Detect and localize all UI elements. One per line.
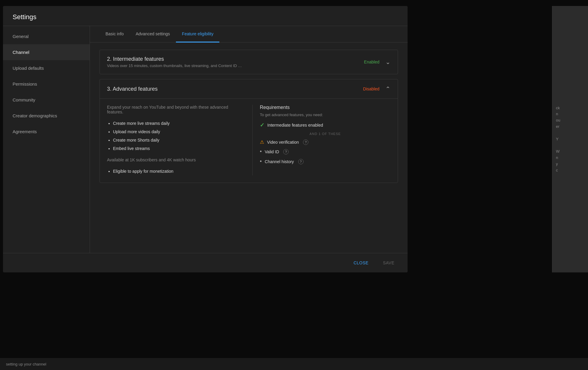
advanced-chevron-icon: ⌃ <box>385 85 391 92</box>
feature-available-item: Eligible to apply for monetization <box>113 167 245 175</box>
help-icon-valid-id[interactable]: ? <box>283 149 289 154</box>
advanced-features-title-group: 3. Advanced features <box>107 86 158 92</box>
advanced-features-title: 3. Advanced features <box>107 86 158 92</box>
req-channel-history-label: Channel history <box>265 159 294 164</box>
right-panel-text: cknouer Y Wnyc <box>552 103 588 176</box>
req-item-channel-history: Channel history ? <box>260 158 391 165</box>
sidebar-item-channel[interactable]: Channel <box>3 44 90 60</box>
bottom-bar-text: setting up your channel <box>6 362 46 366</box>
sidebar-item-agreements[interactable]: Agreements <box>3 124 90 139</box>
feature-list-item: Create more Shorts daily <box>113 136 245 144</box>
intermediate-features-title-group: 2. Intermediate features Videos over 15 … <box>107 56 242 68</box>
intermediate-status-badge: Enabled <box>362 58 382 66</box>
close-button[interactable]: CLOSE <box>350 258 372 268</box>
requirements-subtitle: To get advanced features, you need: <box>260 113 391 117</box>
main-content: Basic info Advanced settings Feature eli… <box>90 26 408 253</box>
feature-available-note: Available at 1K subscribers and 4K watch… <box>107 157 245 162</box>
requirements-title: Requirements <box>260 105 391 110</box>
intermediate-status-row: Enabled ⌄ <box>362 58 391 66</box>
intermediate-features-title: 2. Intermediate features <box>107 56 242 62</box>
advanced-features-card: 3. Advanced features Disabled ⌃ Expand y… <box>99 79 398 183</box>
settings-dialog: Settings General Channel Upload defaults… <box>3 6 408 272</box>
dialog-body: General Channel Upload defaults Permissi… <box>3 26 408 253</box>
bottom-bar: setting up your channel <box>0 358 588 370</box>
feature-list-item: Create more live streams daily <box>113 119 245 128</box>
intermediate-chevron-icon: ⌄ <box>385 58 391 66</box>
tab-basic-info[interactable]: Basic info <box>99 26 130 43</box>
sidebar-item-permissions[interactable]: Permissions <box>3 76 90 92</box>
req-valid-id-label: Valid ID <box>265 149 279 154</box>
save-button[interactable]: SAVE <box>379 258 398 268</box>
intermediate-features-header[interactable]: 2. Intermediate features Videos over 15 … <box>100 50 398 74</box>
feature-list-item: Embed live streams <box>113 144 245 153</box>
help-icon-channel-history[interactable]: ? <box>298 159 304 164</box>
content-area: 2. Intermediate features Videos over 15 … <box>90 43 408 253</box>
feature-list-item: Upload more videos daily <box>113 128 245 136</box>
advanced-features-header[interactable]: 3. Advanced features Disabled ⌃ <box>100 79 398 98</box>
dialog-footer: CLOSE SAVE <box>3 253 408 272</box>
right-panel: cknouer Y Wnyc <box>552 6 588 272</box>
sidebar-item-creator-demographics[interactable]: Creator demographics <box>3 108 90 124</box>
tabs-bar: Basic info Advanced settings Feature eli… <box>90 26 408 43</box>
advanced-status-badge: Disabled <box>361 85 382 92</box>
dialog-header: Settings <box>3 6 408 26</box>
advanced-requirements: Requirements To get advanced features, y… <box>252 105 391 175</box>
help-icon-video-verification[interactable]: ? <box>303 139 308 145</box>
req-item-video-verification: ⚠ Video verification ? <box>260 139 391 145</box>
req-intermediate-label: Intermediate features enabled <box>267 123 323 128</box>
req-item-valid-id: Valid ID ? <box>260 148 391 155</box>
req-video-verification-label: Video verification <box>267 140 299 145</box>
checkmark-icon: ✓ <box>260 122 264 128</box>
advanced-available-list: Eligible to apply for monetization <box>107 167 245 175</box>
sidebar-item-upload-defaults[interactable]: Upload defaults <box>3 60 90 76</box>
warning-icon: ⚠ <box>260 139 264 145</box>
sidebar-item-general[interactable]: General <box>3 28 90 44</box>
req-item-intermediate: ✓ Intermediate features enabled <box>260 122 391 128</box>
advanced-features-body: Expand your reach on YouTube and beyond … <box>100 98 398 183</box>
advanced-features-list: Create more live streams daily Upload mo… <box>107 119 245 153</box>
dialog-title: Settings <box>13 13 37 21</box>
intermediate-features-subtitle: Videos over 15 minutes, custom thumbnail… <box>107 63 242 68</box>
advanced-features-left: Expand your reach on YouTube and beyond … <box>107 105 245 175</box>
intermediate-features-card: 2. Intermediate features Videos over 15 … <box>99 50 398 74</box>
sidebar: General Channel Upload defaults Permissi… <box>3 26 90 253</box>
sidebar-item-community[interactable]: Community <box>3 92 90 108</box>
tab-advanced-settings[interactable]: Advanced settings <box>130 26 176 43</box>
advanced-status-row: Disabled ⌃ <box>361 85 391 92</box>
advanced-features-description: Expand your reach on YouTube and beyond … <box>107 105 245 114</box>
req-divider: AND 1 OF THESE <box>260 132 391 136</box>
tab-feature-eligibility[interactable]: Feature eligibility <box>176 26 219 43</box>
